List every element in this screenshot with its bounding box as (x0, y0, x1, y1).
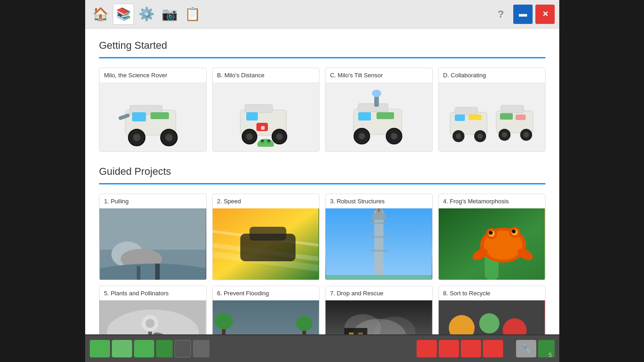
svg-rect-42 (501, 105, 524, 113)
svg-rect-40 (469, 115, 482, 120)
page-number: 5 (549, 351, 552, 358)
svg-point-97 (296, 316, 313, 331)
getting-started-grid: Milo, the Science Rover (99, 68, 545, 152)
svg-point-5 (165, 134, 173, 141)
help-button[interactable]: ? (491, 5, 511, 24)
svg-point-95 (215, 313, 233, 329)
card-flooding[interactable]: 6. Prevent Flooding (212, 286, 320, 334)
camera-button[interactable]: 📷 (159, 4, 180, 25)
card-label-speed: 2. Speed (213, 194, 319, 208)
card-photo-drop (325, 300, 432, 334)
svg-point-36 (456, 133, 461, 139)
card-photo-plants (99, 300, 206, 334)
svg-point-109 (479, 313, 499, 333)
clipboard-button[interactable]: 📋 (182, 4, 203, 25)
card-distance[interactable]: B. Milo's Distance (212, 68, 320, 152)
card-label-drop: 7. Drop and Rescue (325, 286, 432, 300)
svg-point-38 (477, 133, 483, 139)
card-image-tilt (325, 82, 432, 151)
svg-point-46 (523, 132, 529, 138)
block-dark-2[interactable] (193, 340, 209, 357)
settings-button[interactable]: ⚙️ (136, 4, 157, 25)
card-photo-robust (325, 208, 432, 280)
svg-rect-69 (326, 275, 432, 280)
block-green-end[interactable] (538, 340, 555, 357)
card-plants[interactable]: 5. Plants and Pollinators (99, 286, 207, 334)
red-close-button[interactable]: ✕ (535, 5, 555, 24)
card-image-collab (439, 82, 545, 151)
svg-rect-31 (358, 112, 371, 121)
block-red-1[interactable] (417, 340, 437, 357)
block-gray-1[interactable]: 🔧 (516, 340, 536, 357)
content-area: Getting Started Milo, the Science Rover (85, 29, 559, 334)
card-pulling[interactable]: 1. Pulling (99, 194, 207, 280)
card-robust[interactable]: 3. Robust Structures (325, 194, 433, 280)
svg-point-26 (372, 90, 381, 97)
svg-rect-54 (155, 264, 160, 280)
svg-point-21 (261, 139, 264, 142)
card-frog[interactable]: 4. Frog's Metamorphosis (438, 194, 546, 280)
svg-rect-66 (370, 222, 388, 224)
svg-rect-6 (132, 112, 146, 121)
svg-point-22 (267, 139, 270, 142)
svg-rect-67 (370, 236, 388, 238)
svg-point-12 (246, 133, 253, 140)
svg-rect-24 (358, 103, 388, 112)
block-dark-1[interactable] (174, 340, 191, 357)
svg-point-14 (276, 133, 283, 140)
guided-projects-title: Guided Projects (99, 166, 545, 178)
svg-point-44 (502, 132, 507, 138)
block-green-2[interactable] (112, 340, 132, 357)
card-label-distance: B. Milo's Distance (213, 68, 319, 82)
card-speed[interactable]: 2. Speed (212, 194, 320, 280)
svg-rect-63 (372, 213, 386, 220)
card-image-distance (213, 82, 319, 151)
svg-point-79 (512, 230, 516, 233)
svg-rect-53 (137, 266, 140, 280)
card-label-robust: 3. Robust Structures (325, 194, 432, 208)
book-button[interactable]: 📚 (113, 4, 134, 25)
home-button[interactable]: 🏠 (90, 4, 111, 25)
left-panel (0, 0, 85, 362)
block-red-3[interactable] (461, 340, 481, 357)
blue-window-button[interactable]: ▬ (513, 5, 533, 24)
block-dark-green[interactable] (156, 340, 173, 357)
svg-rect-68 (370, 250, 388, 252)
block-green-3[interactable] (134, 340, 154, 357)
block-red-2[interactable] (439, 340, 459, 357)
svg-rect-16 (261, 126, 265, 130)
svg-rect-47 (500, 113, 513, 120)
svg-rect-60 (249, 227, 286, 241)
svg-rect-32 (377, 112, 394, 119)
card-label-pulling: 1. Pulling (99, 194, 206, 208)
svg-rect-65 (378, 208, 380, 212)
card-label-plants: 5. Plants and Pollinators (99, 286, 206, 300)
card-recycle[interactable]: 8. Sort to Recycle (438, 286, 546, 334)
card-photo-speed (213, 208, 319, 280)
svg-rect-39 (455, 115, 465, 121)
guided-projects-divider (99, 183, 545, 184)
card-tilt[interactable]: C. Milo's Tilt Sensor (325, 68, 433, 152)
getting-started-title: Getting Started (99, 40, 545, 52)
card-label-collab: D. Collaborating (439, 68, 545, 82)
block-green-1[interactable] (90, 340, 110, 357)
svg-point-78 (489, 231, 493, 235)
block-red-4[interactable] (483, 340, 503, 357)
card-photo-pulling (99, 208, 206, 280)
svg-point-3 (133, 134, 140, 141)
right-panel (559, 0, 644, 362)
card-drop[interactable]: 7. Drop and Rescue (325, 286, 433, 334)
app-window: 🏠 📚 ⚙️ 📷 📋 ? ▬ ✕ Getting Started Milo, t… (85, 0, 559, 362)
card-collab[interactable]: D. Collaborating (438, 68, 546, 152)
card-label-rover: Milo, the Science Rover (99, 68, 206, 82)
toolbar-right: ? ▬ ✕ (491, 5, 555, 24)
bottom-toolbar: 🔧 5 (85, 334, 559, 362)
card-label-tilt: C. Milo's Tilt Sensor (325, 68, 432, 82)
svg-point-18 (257, 139, 274, 147)
getting-started-divider (99, 57, 545, 58)
toolbar: 🏠 📚 ⚙️ 📷 📋 ? ▬ ✕ (85, 0, 559, 29)
guided-projects-grid: 1. Pulling 2. Speed (99, 194, 545, 334)
svg-rect-34 (455, 107, 478, 115)
card-milo-rover[interactable]: Milo, the Science Rover (99, 68, 207, 152)
svg-rect-10 (245, 104, 273, 113)
